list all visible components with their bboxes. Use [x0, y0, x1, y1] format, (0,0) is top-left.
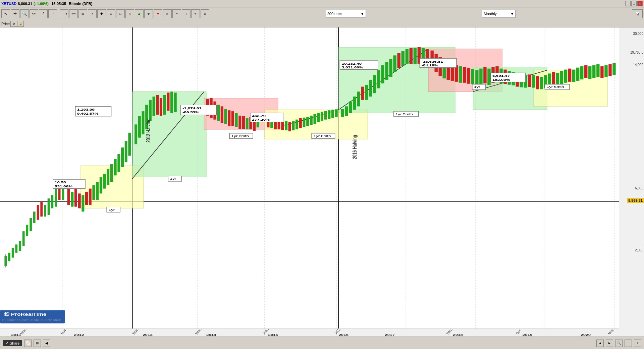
title-platform: Bitcoin (DFB)	[69, 2, 92, 6]
buy-sell-tool[interactable]: ⊕	[144, 9, 153, 18]
units-chevron: ▼	[361, 12, 364, 16]
svg-rect-67	[153, 97, 155, 116]
prev-btn[interactable]: ◀	[43, 340, 50, 347]
svg-text:2012 Halving: 2012 Halving	[145, 118, 151, 142]
svg-rect-124	[401, 51, 405, 66]
svg-rect-127	[414, 48, 417, 64]
triangle-tool[interactable]: △	[125, 9, 134, 18]
text-tool[interactable]: T	[182, 9, 191, 18]
close-btn[interactable]: ✕	[637, 1, 643, 6]
svg-text:Nov 2012: Nov 2012	[60, 329, 72, 335]
pivot-tool[interactable]: ⌖	[172, 9, 181, 18]
svg-rect-104	[321, 112, 323, 121]
measure-tool[interactable]: ⊞	[78, 9, 87, 18]
svg-text:2015: 2015	[268, 333, 278, 337]
xaxis-svg: Nov 2011 Nov 2012 Nov 2013 Nov 2013 Jun …	[0, 329, 619, 337]
svg-rect-70	[163, 95, 166, 115]
cursor-tool[interactable]: ↖	[1, 9, 10, 18]
scroll-left-btn[interactable]: ◄	[596, 340, 604, 347]
period-dropdown[interactable]: Monthly ▼	[482, 10, 516, 18]
svg-rect-81	[231, 111, 234, 126]
chart-area[interactable]: 2012 Halving 2016 Halving 1,193.09 9,491…	[0, 27, 619, 337]
units-dropdown[interactable]: 200 units ▼	[326, 10, 366, 18]
chart-type-btn[interactable]: 📊	[632, 9, 643, 18]
zoom-out-btn[interactable]: −	[625, 340, 632, 347]
price-label: Price	[1, 22, 10, 26]
price-top: 19,763.5	[630, 50, 643, 54]
svg-rect-46	[74, 189, 77, 207]
settings-tool[interactable]: ⚙	[201, 9, 209, 18]
svg-rect-139	[463, 67, 466, 83]
svg-text:9,491.57%: 9,491.57%	[77, 112, 99, 115]
svg-text:⑬ ProRealTime: ⑬ ProRealTime	[4, 312, 47, 316]
cross-tool[interactable]: ✚	[97, 9, 106, 18]
period-label: Monthly	[484, 12, 510, 16]
svg-rect-58	[117, 154, 120, 172]
svg-rect-173	[600, 66, 603, 78]
ray-tool[interactable]: →	[48, 9, 57, 18]
svg-rect-115	[365, 85, 368, 100]
svg-text:1yr 2mth: 1yr 2mth	[231, 134, 249, 137]
svg-rect-162	[556, 73, 559, 86]
svg-rect-72	[170, 92, 173, 113]
svg-rect-157	[536, 76, 539, 89]
fib-tool[interactable]: ×	[88, 9, 97, 18]
price-axis: 30,000 14,000 8,869.31 6,000 2,000 19,76…	[619, 27, 644, 337]
svg-rect-103	[317, 113, 320, 122]
svg-rect-144	[483, 67, 486, 83]
price-lock-btn[interactable]: 🔒	[17, 21, 24, 27]
titlebar: XBTUSD 8,869.31 (+1.09%) 15:05:35 Bitcoi…	[0, 0, 644, 7]
dividers-tool[interactable]: ⊟	[107, 9, 115, 18]
zoom-tool[interactable]: 🔍	[20, 9, 29, 18]
bottombar: ↗ Share 📈 ⊞ ◀ ◄ ► 🔍 − +	[0, 337, 644, 349]
svg-text:1yr 6mth: 1yr 6mth	[314, 134, 331, 137]
svg-rect-61	[128, 133, 131, 156]
svg-text:1yr: 1yr	[474, 85, 480, 88]
pencil-tool[interactable]: ✏	[30, 9, 38, 18]
svg-rect-105	[324, 111, 327, 120]
svg-rect-112	[353, 97, 356, 110]
svg-rect-29	[12, 248, 14, 257]
svg-text:2016 Halving: 2016 Halving	[352, 135, 358, 159]
minimize-btn[interactable]: _	[625, 1, 631, 6]
svg-text:2012: 2012	[74, 333, 84, 337]
share-button[interactable]: ↗ Share	[3, 340, 22, 346]
svg-rect-170	[588, 66, 591, 79]
svg-text:May 2020: May 2020	[607, 329, 619, 335]
svg-text:2011: 2011	[11, 333, 21, 337]
svg-rect-30	[15, 244, 17, 253]
indicator-tool[interactable]: ∿	[191, 9, 200, 18]
svg-rect-54	[103, 174, 106, 188]
svg-rect-171	[592, 65, 595, 78]
svg-rect-110	[345, 106, 348, 116]
svg-text:2014: 2014	[206, 333, 216, 337]
line-tool[interactable]: /	[39, 9, 48, 18]
svg-rect-39	[48, 198, 50, 215]
rect-tool[interactable]: □	[116, 9, 125, 18]
zoom-in-btn[interactable]: +	[634, 340, 641, 347]
down-arrow-tool[interactable]: ▼	[154, 9, 162, 18]
svg-text:Nov 2013: Nov 2013	[194, 329, 207, 335]
svg-text:2017: 2017	[385, 333, 395, 337]
svg-rect-96	[292, 121, 294, 130]
parallel-tool[interactable]: ⟺	[69, 9, 78, 18]
crosshair-tool[interactable]: ✛	[11, 9, 19, 18]
title-price: 8,869.31	[18, 2, 32, 6]
table-view-btn[interactable]: ⊞	[34, 340, 41, 347]
maximize-btn[interactable]: □	[631, 1, 637, 6]
arrow-tool[interactable]: ⟶	[60, 9, 68, 18]
svg-rect-59	[121, 147, 124, 167]
svg-rect-119	[381, 65, 384, 83]
wave-tool[interactable]: ≋	[163, 9, 172, 18]
search-nav-btn[interactable]: 🔍	[615, 340, 623, 347]
svg-text:1yr: 1yr	[170, 177, 176, 180]
chart-view-btn[interactable]: 📈	[24, 340, 32, 347]
up-arrow-tool[interactable]: ▲	[135, 9, 144, 18]
svg-rect-33	[26, 225, 29, 236]
svg-text:277.20%: 277.20%	[252, 117, 270, 121]
svg-rect-38	[44, 205, 46, 217]
price-settings-btn[interactable]: ⚙	[10, 21, 17, 27]
svg-rect-169	[584, 65, 587, 78]
scroll-right-btn[interactable]: ►	[606, 340, 613, 347]
svg-rect-66	[149, 100, 152, 121]
